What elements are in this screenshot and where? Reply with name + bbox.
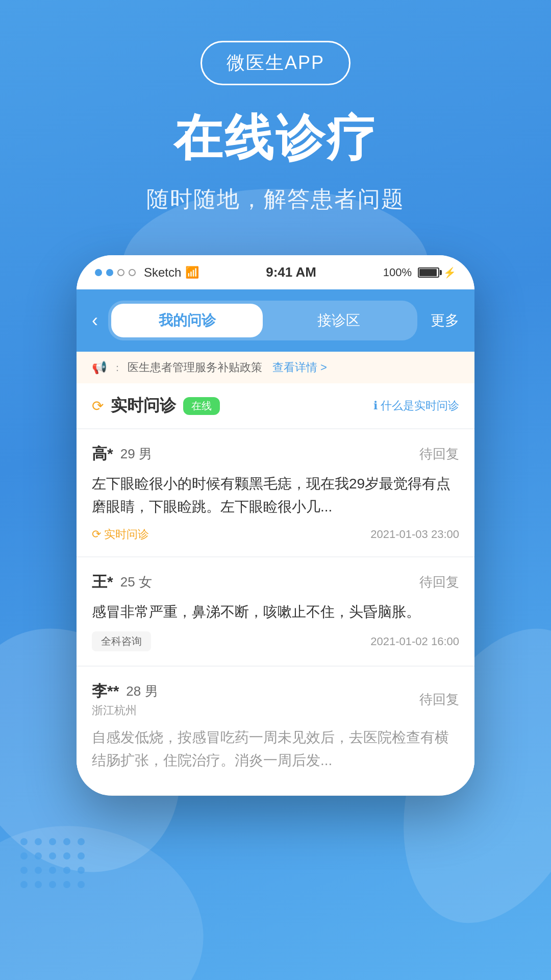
patient-message-2: 感冒非常严重，鼻涕不断，咳嗽止不住，头昏脑胀。 (92, 601, 459, 624)
main-title: 在线诊疗 (173, 106, 378, 172)
notice-text: 医生患者管理服务补贴政策 (128, 360, 262, 375)
patient-name-2: 王* (92, 572, 113, 593)
tab-receive-consult[interactable]: 接诊区 (263, 304, 414, 337)
phone-container: Sketch 📶 9:41 AM 100% ⚡ ‹ 我的问诊 接诊区 更多 � (0, 255, 551, 796)
status-left: Sketch 📶 (95, 265, 199, 280)
patient-card-3[interactable]: 李** 28 男 浙江杭州 待回复 自感发低烧，按感冒吃药一周未见效后，去医院检… (77, 667, 474, 795)
card-time-2: 2021-01-02 16:00 (370, 635, 459, 648)
patient-header-2: 王* 25 女 待回复 (92, 572, 459, 593)
signal-dot-4 (129, 269, 136, 276)
signal-dot-2 (106, 269, 113, 276)
help-icon: ℹ (373, 399, 378, 412)
carrier-name: Sketch (144, 265, 181, 280)
consult-tag-icon-1: ⟳ (92, 528, 101, 541)
realtime-title: 实时问诊 (111, 395, 176, 417)
dots-decoration (20, 838, 85, 888)
card-footer-2: 全科咨询 2021-01-02 16:00 (92, 631, 459, 651)
patient-age-3: 28 男 (126, 682, 158, 700)
battery-fill (419, 269, 437, 276)
consult-tag-text-1: 实时问诊 (104, 527, 149, 542)
notice-icon: 📢 (92, 360, 107, 375)
realtime-icon: ⟳ (92, 398, 104, 414)
app-badge-text: 微医生APP (227, 52, 324, 73)
patient-info-3: 李** 28 男 浙江杭州 (92, 681, 158, 718)
consult-tag-1: ⟳ 实时问诊 (92, 527, 149, 542)
patient-message-1: 左下眼睑很小的时候有颗黑毛痣，现在我29岁最觉得有点磨眼睛，下眼睑跳。左下眼睑很… (92, 473, 459, 519)
notice-link[interactable]: 查看详情 > (272, 360, 327, 375)
signal-dot-1 (95, 269, 102, 276)
patient-location-3: 浙江杭州 (92, 703, 158, 718)
notice-bar: 📢 ： 医生患者管理服务补贴政策 查看详情 > (77, 352, 474, 383)
patient-name-row-3: 李** 28 男 (92, 681, 158, 702)
status-right: 100% ⚡ (383, 266, 456, 279)
section-help[interactable]: ℹ 什么是实时问诊 (373, 398, 459, 413)
nav-bar: ‹ 我的问诊 接诊区 更多 (77, 289, 474, 352)
patient-age-1: 29 男 (120, 445, 152, 463)
battery-percent: 100% (383, 266, 412, 279)
subtitle: 随时随地，解答患者问题 (146, 184, 405, 214)
card-footer-1: ⟳ 实时问诊 2021-01-03 23:00 (92, 527, 459, 542)
status-time: 9:41 AM (266, 264, 316, 280)
status-bar: Sketch 📶 9:41 AM 100% ⚡ (77, 255, 474, 289)
consult-tag-2: 全科咨询 (92, 631, 151, 651)
battery-icon (418, 267, 439, 278)
patient-age-2: 25 女 (120, 573, 152, 591)
patient-header-3: 李** 28 男 浙江杭州 待回复 (92, 681, 459, 718)
patient-card-2[interactable]: 王* 25 女 待回复 感冒非常严重，鼻涕不断，咳嗽止不住，头昏脑胀。 全科咨询… (77, 557, 474, 666)
more-button[interactable]: 更多 (431, 311, 459, 330)
patient-header-1: 高* 29 男 待回复 (92, 444, 459, 464)
bg-wave-bottom-left (0, 806, 220, 980)
realtime-section-header: ⟳ 实时问诊 在线 ℹ 什么是实时问诊 (77, 383, 474, 428)
patient-name-3: 李** (92, 681, 119, 702)
patient-status-3: 待回复 (419, 691, 459, 708)
charging-icon: ⚡ (443, 266, 456, 279)
back-button[interactable]: ‹ (92, 310, 98, 331)
tab-my-consult[interactable]: 我的问诊 (111, 304, 263, 337)
patient-status-2: 待回复 (419, 573, 459, 591)
patient-name-1: 高* (92, 444, 113, 464)
notice-separator: ： (112, 361, 122, 375)
card-time-1: 2021-01-03 23:00 (370, 528, 459, 541)
patient-info-2: 王* 25 女 (92, 572, 152, 593)
section-title-group: ⟳ 实时问诊 在线 (92, 395, 220, 417)
header: 微医生APP 在线诊疗 随时随地，解答患者问题 (0, 0, 551, 245)
nav-tabs: 我的问诊 接诊区 (108, 301, 417, 340)
patient-message-3: 自感发低烧，按感冒吃药一周未见效后，去医院检查有横结肠扩张，住院治疗。消炎一周后… (92, 726, 459, 772)
app-badge: 微医生APP (201, 41, 350, 85)
wifi-icon: 📶 (185, 266, 199, 279)
help-text: 什么是实时问诊 (381, 398, 459, 413)
signal-dot-3 (117, 269, 124, 276)
online-badge: 在线 (183, 397, 220, 415)
patient-status-1: 待回复 (419, 445, 459, 463)
content-area: ⟳ 实时问诊 在线 ℹ 什么是实时问诊 高* 29 男 待回复 (77, 383, 474, 795)
phone-mockup: Sketch 📶 9:41 AM 100% ⚡ ‹ 我的问诊 接诊区 更多 � (77, 255, 474, 796)
patient-card-1[interactable]: 高* 29 男 待回复 左下眼睑很小的时候有颗黑毛痣，现在我29岁最觉得有点磨眼… (77, 429, 474, 556)
patient-info-1: 高* 29 男 (92, 444, 152, 464)
